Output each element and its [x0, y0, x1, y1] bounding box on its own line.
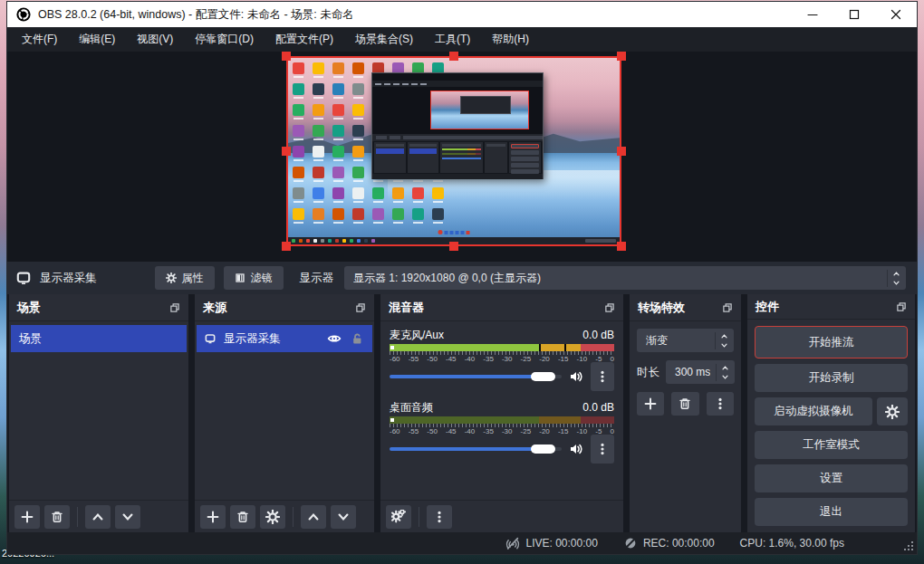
virtual-camera-button[interactable]: 启动虚拟摄像机	[755, 397, 872, 425]
captured-desktop-icon	[293, 104, 304, 116]
maximize-button[interactable]	[833, 2, 875, 27]
display-select-label: 显示器	[300, 271, 334, 286]
captured-desktop-icon	[293, 208, 304, 220]
properties-button[interactable]: 属性	[155, 266, 215, 290]
popout-icon[interactable]	[355, 302, 366, 313]
scene-down-button[interactable]	[115, 505, 140, 529]
slider-handle[interactable]	[531, 445, 555, 454]
menu-item[interactable]: 帮助(H)	[481, 27, 540, 52]
obs-window: OBS 28.0.2 (64-bit, windows) - 配置文件: 未命名…	[7, 2, 917, 554]
remove-transition-button[interactable]	[671, 392, 698, 416]
speaker-icon[interactable]	[569, 442, 583, 456]
mixer-channel: 桌面音频0.0 dB-60-55-50-45-40-35-30-25-20-15…	[390, 399, 614, 462]
chevron-up-icon	[306, 510, 321, 524]
channel-menu-button[interactable]	[591, 362, 614, 391]
minimize-button[interactable]	[792, 2, 833, 27]
trash-icon	[678, 397, 692, 411]
add-scene-button[interactable]	[14, 505, 40, 529]
captured-desktop-icon	[392, 208, 404, 220]
popout-icon[interactable]	[722, 302, 733, 313]
add-source-button[interactable]	[200, 505, 226, 529]
broadcast-off-icon	[505, 536, 520, 550]
transition-select-dropdown[interactable]: 渐变	[637, 329, 734, 352]
volume-slider[interactable]	[390, 447, 562, 451]
scene-list-item[interactable]: 场景	[11, 325, 187, 352]
resize-handle[interactable]	[282, 242, 291, 251]
resize-handle[interactable]	[449, 52, 458, 61]
popout-icon[interactable]	[896, 301, 907, 312]
resize-handle[interactable]	[617, 52, 626, 61]
control-button-开始录制[interactable]: 开始录制	[755, 364, 908, 392]
filters-button[interactable]: 滤镜	[224, 266, 284, 290]
remove-source-button[interactable]	[230, 505, 255, 529]
add-transition-button[interactable]	[637, 392, 664, 416]
resize-grip[interactable]	[904, 541, 913, 550]
sources-dock-title: 来源	[203, 300, 226, 316]
source-up-button[interactable]	[301, 505, 326, 529]
captured-desktop-icon	[372, 187, 384, 199]
plus-icon	[206, 510, 220, 524]
captured-desktop-icon	[352, 208, 364, 220]
menu-item[interactable]: 配置文件(P)	[265, 27, 344, 52]
nested-preview	[430, 91, 529, 130]
advanced-audio-button[interactable]	[386, 505, 411, 529]
resize-handle[interactable]	[282, 52, 291, 61]
close-icon	[889, 7, 903, 22]
slider-handle[interactable]	[531, 372, 555, 381]
display-select-dropdown[interactable]: 显示器 1: 1920x1080 @ 0,0 (主显示器)	[344, 266, 906, 290]
menu-item[interactable]: 场景集合(S)	[344, 27, 424, 52]
kebab-menu-icon	[432, 510, 447, 524]
captured-desktop-icon	[313, 83, 324, 95]
source-toolbar: 显示器采集 属性 滤镜 显示器 显示器 1: 1920x1080 @ 0,0 (…	[7, 262, 917, 294]
captured-desktop-icon	[352, 62, 364, 74]
source-down-button[interactable]	[331, 505, 356, 529]
lock-icon[interactable]	[350, 331, 364, 346]
popout-icon[interactable]	[169, 302, 180, 313]
resize-handle[interactable]	[282, 147, 291, 156]
volume-slider[interactable]	[390, 375, 562, 378]
kebab-menu-icon	[713, 397, 727, 411]
visibility-eye-icon[interactable]	[327, 331, 342, 346]
minimize-icon	[805, 7, 820, 22]
maximize-icon	[847, 7, 861, 22]
popout-icon[interactable]	[604, 302, 615, 313]
close-button[interactable]	[875, 2, 917, 27]
control-button-开始推流[interactable]: 开始推流	[755, 326, 908, 358]
sources-toolbar	[195, 500, 374, 532]
mixer-menu-button[interactable]	[427, 505, 452, 529]
mixer-toolbar	[380, 500, 623, 532]
captured-desktop-icon	[313, 187, 324, 199]
chevron-up-icon	[91, 510, 105, 524]
control-button-工作室模式[interactable]: 工作室模式	[755, 431, 908, 459]
source-properties-button[interactable]	[260, 505, 285, 529]
resize-handle[interactable]	[449, 242, 458, 251]
captured-desktop-icon	[313, 62, 324, 74]
meter-scale-labels: -60-55-50-45-40-35-30-25-20-15-10-50	[390, 427, 614, 436]
speaker-icon[interactable]	[569, 369, 583, 384]
preview-canvas	[7, 52, 917, 262]
menu-item[interactable]: 视图(V)	[126, 27, 184, 52]
remove-scene-button[interactable]	[44, 505, 70, 529]
mixer-channel: 麦克风/Aux0.0 dB-60-55-50-45-40-35-30-25-20…	[390, 327, 614, 389]
captured-desktop-icon	[293, 167, 304, 178]
volume-meter	[390, 416, 614, 424]
menu-item[interactable]: 文件(F)	[11, 27, 68, 52]
source-list-item[interactable]: 显示器采集	[197, 325, 372, 352]
kebab-menu-icon	[595, 442, 610, 456]
resize-handle[interactable]	[617, 242, 626, 251]
captured-display-preview[interactable]	[286, 56, 621, 246]
scene-up-button[interactable]	[85, 505, 111, 529]
transition-menu-button[interactable]	[707, 392, 734, 416]
menu-item[interactable]: 工具(T)	[424, 27, 481, 52]
nested-obs-window	[371, 72, 544, 179]
control-button-设置[interactable]: 设置	[755, 464, 908, 492]
chevron-down-icon	[120, 510, 135, 524]
menu-item[interactable]: 停靠窗口(D)	[184, 27, 265, 52]
virtual-camera-config-button[interactable]	[877, 397, 908, 425]
control-button-退出[interactable]: 退出	[755, 498, 908, 526]
resize-handle[interactable]	[617, 147, 626, 156]
menu-item[interactable]: 编辑(E)	[68, 27, 126, 52]
duration-label: 时长	[637, 365, 659, 380]
duration-spinbox[interactable]: 300 ms	[666, 360, 735, 384]
channel-menu-button[interactable]	[591, 435, 614, 464]
